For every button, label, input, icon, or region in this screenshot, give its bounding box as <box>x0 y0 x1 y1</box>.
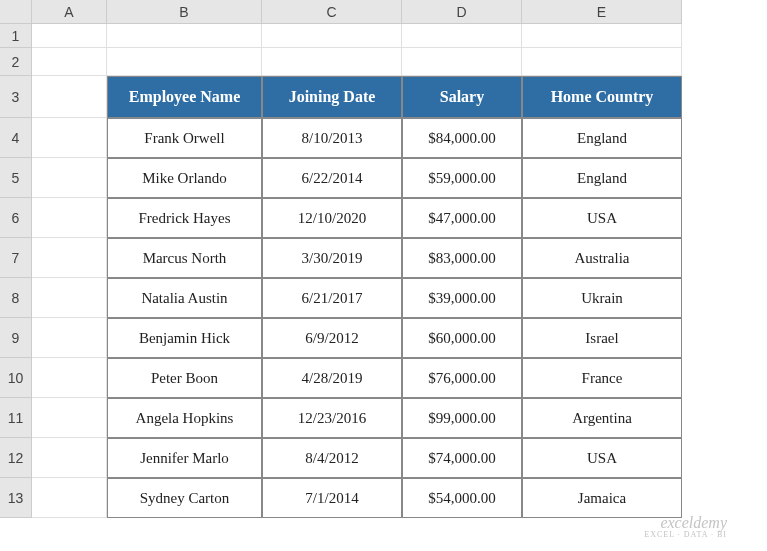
cell[interactable] <box>32 278 107 318</box>
row-header-10[interactable]: 10 <box>0 358 32 398</box>
table-data-cell[interactable]: Natalia Austin <box>107 278 262 318</box>
cell[interactable] <box>262 24 402 48</box>
table-data-cell[interactable]: $54,000.00 <box>402 478 522 518</box>
watermark-sub: EXCEL · DATA · BI <box>644 531 727 539</box>
cell[interactable] <box>32 398 107 438</box>
row-header-8[interactable]: 8 <box>0 278 32 318</box>
cell[interactable] <box>32 158 107 198</box>
row-header-7[interactable]: 7 <box>0 238 32 278</box>
table-data-cell[interactable]: USA <box>522 438 682 478</box>
table-data-cell[interactable]: 6/21/2017 <box>262 278 402 318</box>
spreadsheet: ABCDE 12345678910111213 Employee NameJoi… <box>0 0 767 551</box>
row-header-9[interactable]: 9 <box>0 318 32 358</box>
table-data-cell[interactable]: $59,000.00 <box>402 158 522 198</box>
table-data-cell[interactable]: $84,000.00 <box>402 118 522 158</box>
table-data-cell[interactable]: Peter Boon <box>107 358 262 398</box>
table-data-cell[interactable]: Australia <box>522 238 682 278</box>
table-data-cell[interactable]: Israel <box>522 318 682 358</box>
row-header-5[interactable]: 5 <box>0 158 32 198</box>
row-header-4[interactable]: 4 <box>0 118 32 158</box>
table-data-cell[interactable]: $76,000.00 <box>402 358 522 398</box>
table-data-cell[interactable]: $74,000.00 <box>402 438 522 478</box>
cell[interactable] <box>32 438 107 478</box>
table-data-cell[interactable]: 8/10/2013 <box>262 118 402 158</box>
column-header-c[interactable]: C <box>262 0 402 24</box>
cell[interactable] <box>32 118 107 158</box>
row-header-12[interactable]: 12 <box>0 438 32 478</box>
table-header-cell[interactable]: Home Country <box>522 76 682 118</box>
table-data-cell[interactable]: $39,000.00 <box>402 278 522 318</box>
row-header-3[interactable]: 3 <box>0 76 32 118</box>
table-data-cell[interactable]: $47,000.00 <box>402 198 522 238</box>
cell[interactable] <box>262 48 402 76</box>
cell[interactable] <box>32 478 107 518</box>
column-header-d[interactable]: D <box>402 0 522 24</box>
table-data-cell[interactable]: Frank Orwell <box>107 118 262 158</box>
row-header-2[interactable]: 2 <box>0 48 32 76</box>
cell[interactable] <box>32 76 107 118</box>
cell[interactable] <box>402 48 522 76</box>
table-data-cell[interactable]: Marcus North <box>107 238 262 278</box>
table-data-cell[interactable]: England <box>522 118 682 158</box>
table-data-cell[interactable]: 8/4/2012 <box>262 438 402 478</box>
row-headers: 12345678910111213 <box>0 24 32 518</box>
table-header-cell[interactable]: Employee Name <box>107 76 262 118</box>
table-data-cell[interactable]: England <box>522 158 682 198</box>
cell[interactable] <box>522 48 682 76</box>
table-data-cell[interactable]: 4/28/2019 <box>262 358 402 398</box>
table-data-cell[interactable]: 12/23/2016 <box>262 398 402 438</box>
table-header-cell[interactable]: Joining Date <box>262 76 402 118</box>
cell[interactable] <box>107 48 262 76</box>
cell[interactable] <box>32 238 107 278</box>
table-data-cell[interactable]: $83,000.00 <box>402 238 522 278</box>
table-data-cell[interactable]: Fredrick Hayes <box>107 198 262 238</box>
table-data-cell[interactable]: Jennifer Marlo <box>107 438 262 478</box>
row-header-13[interactable]: 13 <box>0 478 32 518</box>
table-data-cell[interactable]: 12/10/2020 <box>262 198 402 238</box>
table-data-cell[interactable]: 3/30/2019 <box>262 238 402 278</box>
table-data-cell[interactable]: 6/9/2012 <box>262 318 402 358</box>
table-data-cell[interactable]: Angela Hopkins <box>107 398 262 438</box>
table-data-cell[interactable]: USA <box>522 198 682 238</box>
column-header-e[interactable]: E <box>522 0 682 24</box>
table-data-cell[interactable]: 7/1/2014 <box>262 478 402 518</box>
cell[interactable] <box>32 198 107 238</box>
table-data-cell[interactable]: Benjamin Hick <box>107 318 262 358</box>
table-data-cell[interactable]: Mike Orlando <box>107 158 262 198</box>
table-data-cell[interactable]: Jamaica <box>522 478 682 518</box>
cell[interactable] <box>32 358 107 398</box>
cell-grid: Employee NameJoining DateSalaryHome Coun… <box>32 24 682 518</box>
row-header-11[interactable]: 11 <box>0 398 32 438</box>
cell[interactable] <box>32 318 107 358</box>
row-header-6[interactable]: 6 <box>0 198 32 238</box>
cell[interactable] <box>522 24 682 48</box>
cell[interactable] <box>107 24 262 48</box>
table-data-cell[interactable]: Argentina <box>522 398 682 438</box>
cell[interactable] <box>402 24 522 48</box>
cell[interactable] <box>32 24 107 48</box>
table-header-cell[interactable]: Salary <box>402 76 522 118</box>
table-data-cell[interactable]: France <box>522 358 682 398</box>
watermark-brand: exceldemy <box>660 514 727 531</box>
row-header-1[interactable]: 1 <box>0 24 32 48</box>
watermark: exceldemy EXCEL · DATA · BI <box>644 515 727 539</box>
column-headers: ABCDE <box>32 0 682 24</box>
select-all-corner[interactable] <box>0 0 32 24</box>
column-header-a[interactable]: A <box>32 0 107 24</box>
table-data-cell[interactable]: $99,000.00 <box>402 398 522 438</box>
table-data-cell[interactable]: Sydney Carton <box>107 478 262 518</box>
table-data-cell[interactable]: Ukrain <box>522 278 682 318</box>
table-data-cell[interactable]: 6/22/2014 <box>262 158 402 198</box>
column-header-b[interactable]: B <box>107 0 262 24</box>
cell[interactable] <box>32 48 107 76</box>
table-data-cell[interactable]: $60,000.00 <box>402 318 522 358</box>
